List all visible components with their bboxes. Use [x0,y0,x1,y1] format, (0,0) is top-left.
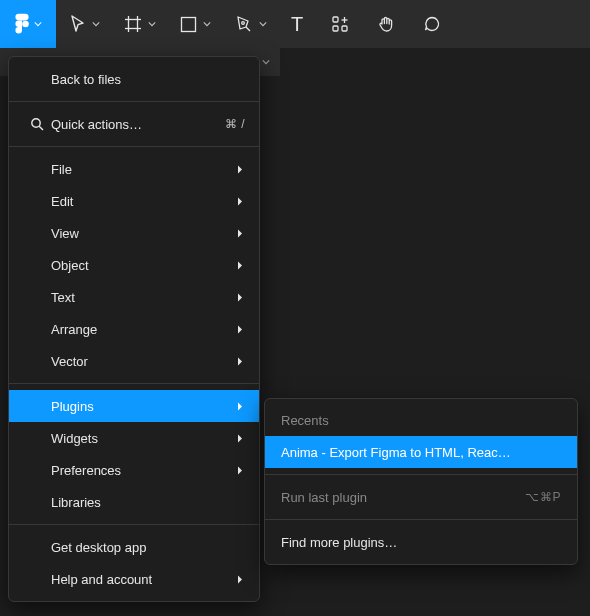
pen-tool-icon [235,15,253,33]
chevron-down-icon [34,20,42,28]
menu-arrange[interactable]: · Arrange [9,313,259,345]
menu-item-label: File [51,162,235,177]
chevron-down-icon [262,58,270,66]
menu-item-label: Vector [51,354,235,369]
menu-item-label: Help and account [51,572,235,587]
menu-item-label: Preferences [51,463,235,478]
menu-separator [9,524,259,525]
chevron-right-icon [235,466,245,475]
menu-preferences[interactable]: · Preferences [9,454,259,486]
toolbar: T [0,0,590,48]
chevron-right-icon [235,293,245,302]
svg-rect-9 [342,26,347,31]
svg-point-12 [32,119,40,127]
hand-tool-icon [377,15,395,33]
chevron-right-icon [235,357,245,366]
menu-item-label: Plugins [51,399,235,414]
menu-item-label: Back to files [51,72,245,87]
chevron-right-icon [235,261,245,270]
menu-separator [265,474,577,475]
menu-libraries[interactable]: · Libraries [9,486,259,518]
menu-item-label: Widgets [51,431,235,446]
chevron-right-icon [235,197,245,206]
frame-tool-icon [124,15,142,33]
menu-item-label: View [51,226,235,241]
pen-tool[interactable] [221,0,277,48]
menu-item-label: Object [51,258,235,273]
submenu-recents-header: Recents [265,405,577,436]
menu-item-shortcut: ⌥⌘P [525,490,561,504]
svg-rect-8 [333,26,338,31]
menu-separator [9,383,259,384]
svg-rect-7 [333,17,338,22]
move-tool[interactable] [56,0,110,48]
main-menu: · Back to files Quick actions… ⌘ / · Fil… [8,56,260,602]
menu-separator [9,146,259,147]
chevron-down-icon [259,20,267,28]
chevron-down-icon [92,20,100,28]
hand-tool[interactable] [363,0,409,48]
menu-item-label: Anima - Export Figma to HTML, Reac… [281,445,561,460]
svg-rect-5 [182,17,196,31]
svg-line-13 [39,126,43,130]
menu-item-label: Arrange [51,322,235,337]
menu-item-label: Libraries [51,495,245,510]
chevron-right-icon [235,165,245,174]
menu-object[interactable]: · Object [9,249,259,281]
menu-widgets[interactable]: · Widgets [9,422,259,454]
menu-file[interactable]: · File [9,153,259,185]
submenu-run-last-plugin[interactable]: Run last plugin ⌥⌘P [265,481,577,513]
submenu-find-more-plugins[interactable]: Find more plugins… [265,526,577,558]
menu-text[interactable]: · Text [9,281,259,313]
menu-plugins[interactable]: · Plugins [9,390,259,422]
chevron-right-icon [235,402,245,411]
text-tool-icon: T [291,13,303,36]
menu-quick-actions[interactable]: Quick actions… ⌘ / [9,108,259,140]
menu-get-desktop[interactable]: · Get desktop app [9,531,259,563]
menu-item-label: Run last plugin [281,490,525,505]
menu-item-label: Find more plugins… [281,535,561,550]
chevron-right-icon [235,434,245,443]
chevron-right-icon [235,229,245,238]
menu-item-label: Edit [51,194,235,209]
menu-edit[interactable]: · Edit [9,185,259,217]
rectangle-tool-icon [180,16,197,33]
chevron-right-icon [235,575,245,584]
submenu-recent-anima[interactable]: Anima - Export Figma to HTML, Reac… [265,436,577,468]
menu-help[interactable]: · Help and account [9,563,259,595]
frame-tool[interactable] [110,0,166,48]
resources-tool[interactable] [317,0,363,48]
menu-item-label: Get desktop app [51,540,245,555]
menu-item-label: Text [51,290,235,305]
chevron-down-icon [203,20,211,28]
menu-vector[interactable]: · Vector [9,345,259,377]
menu-item-label: Quick actions… [51,117,225,132]
main-menu-button[interactable] [0,0,56,48]
chevron-right-icon [235,325,245,334]
search-icon [23,117,51,131]
plugins-submenu: Recents Anima - Export Figma to HTML, Re… [264,398,578,565]
menu-view[interactable]: · View [9,217,259,249]
chevron-down-icon [148,20,156,28]
menu-item-shortcut: ⌘ / [225,117,245,131]
shape-tool[interactable] [166,0,221,48]
move-tool-icon [70,15,86,33]
comment-tool-icon [423,15,441,33]
resources-tool-icon [331,15,349,33]
svg-point-0 [22,21,29,28]
menu-separator [9,101,259,102]
menu-back-to-files[interactable]: · Back to files [9,63,259,95]
comment-tool[interactable] [409,0,455,48]
text-tool[interactable]: T [277,0,317,48]
svg-point-6 [242,22,245,25]
menu-separator [265,519,577,520]
figma-logo-icon [14,13,30,35]
